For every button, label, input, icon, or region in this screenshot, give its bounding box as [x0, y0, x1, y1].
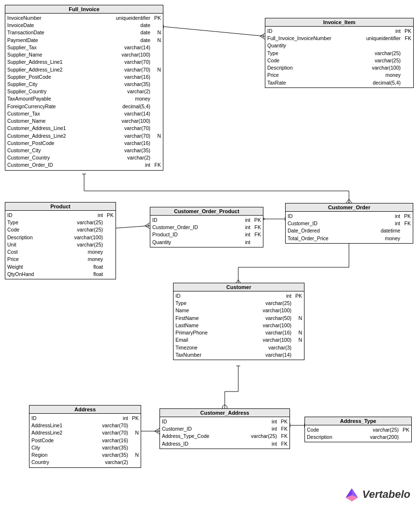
table-full-invoice: Full_Invoice InvoiceNumberuniqueidentifi…: [5, 5, 163, 171]
svg-line-15: [145, 226, 150, 229]
full-invoice-header: Full_Invoice: [5, 5, 163, 14]
customer-address-header: Customer_Address: [160, 409, 290, 417]
diagram-container: Full_Invoice InvoiceNumberuniqueidentifi…: [0, 0, 420, 508]
table-product: Product IDintPK Typevarchar(25) Codevarc…: [5, 202, 116, 279]
customer-order-body: IDintPK Customer_IDintFK Date_Ordereddat…: [286, 212, 413, 243]
product-body: IDintPK Typevarchar(25) Codevarchar(25) …: [5, 211, 116, 279]
customer-order-header: Customer_Order: [286, 203, 413, 212]
table-customer: Customer IDintPK Typevarchar(25) Namevar…: [173, 283, 304, 360]
cop-header: Customer_Order_Product: [150, 207, 263, 216]
vertabelo-icon: [344, 487, 360, 502]
address-header: Address: [29, 406, 141, 414]
invoice-item-header: Invoice_Item: [265, 18, 413, 27]
address-type-body: Codevarchar(25)PK Descriptionvarchar(200…: [305, 425, 411, 442]
table-customer-order: Customer_Order IDintPK Customer_IDintFK …: [285, 203, 413, 244]
svg-line-14: [145, 223, 150, 226]
svg-line-10: [349, 199, 352, 203]
customer-address-body: IDintPK Customer_IDintFK Address_Type_Co…: [160, 417, 290, 449]
address-type-header: Address_Type: [305, 417, 411, 425]
customer-body: IDintPK Typevarchar(25) Namevarchar(100)…: [174, 291, 304, 360]
table-customer-address: Customer_Address IDintPK Customer_IDintF…: [159, 408, 290, 449]
table-invoice-item: Invoice_Item IDintPK Full_Invoice_Invoic…: [265, 18, 414, 88]
svg-line-12: [115, 226, 150, 228]
product-header: Product: [5, 203, 116, 211]
svg-line-9: [346, 199, 349, 203]
vertabelo-text: Vertabelo: [362, 488, 410, 501]
customer-header: Customer: [174, 283, 304, 291]
full-invoice-body: InvoiceNumberuniqueidentifierPK InvoiceD…: [5, 14, 163, 170]
svg-line-37: [155, 431, 159, 434]
table-customer-order-product: Customer_Order_Product IDintPK Customer_…: [150, 207, 263, 247]
svg-line-36: [155, 428, 159, 431]
table-address-type: Address_Type Codevarchar(25)PK Descripti…: [304, 417, 412, 442]
table-address: Address IDintPK AddressLine1varchar(70) …: [29, 405, 141, 468]
vertabelo-logo: Vertabelo: [344, 487, 410, 502]
svg-line-3: [260, 36, 265, 39]
invoice-item-body: IDintPK Full_Invoice_InvoiceNumberunique…: [265, 27, 413, 87]
cop-body: IDintPK Customer_Order_IDintFK Product_I…: [150, 216, 263, 247]
svg-line-2: [260, 33, 265, 36]
address-body: IDintPK AddressLine1varchar(70) AddressL…: [29, 414, 141, 467]
svg-line-0: [163, 27, 265, 36]
